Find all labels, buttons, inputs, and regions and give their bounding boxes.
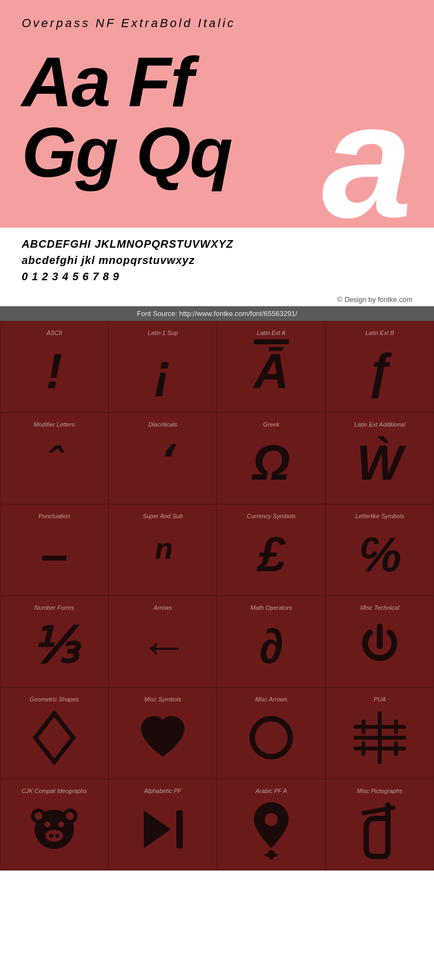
font-title: Overpass NF ExtraBold Italic — [22, 16, 412, 30]
glyph-char-greek: Ω — [252, 433, 290, 493]
glyph-char-geoshapes — [33, 708, 76, 768]
glyph-label-superandsub: Super And Sub — [143, 513, 183, 519]
glyph-char-cjk — [27, 800, 81, 859]
glyph-label-numforms: Number Forms — [34, 604, 74, 611]
glyph-label-latin1sup: Latin 1 Sup — [148, 330, 178, 336]
svg-point-1 — [252, 719, 290, 757]
lowercase-line: abcdefghi jkl mnopqrstuvwxyz — [22, 252, 412, 268]
glyph-cell-numforms: Number Forms ⅓ — [0, 596, 108, 687]
glyph-cell-punctuation: Punctuation – — [0, 504, 108, 596]
glyph-char-latinextadd: Ẁ — [357, 433, 403, 493]
sample-letters-line1: Aa Ff — [22, 47, 193, 117]
svg-point-18 — [49, 834, 53, 837]
glyph-grid: ASCII ! Latin 1 Sup ¡ Latin Ext A Ā Lati… — [0, 321, 434, 871]
svg-point-22 — [265, 813, 278, 826]
glyph-label-punctuation: Punctuation — [39, 513, 70, 519]
glyph-char-currency: £ — [258, 525, 285, 584]
glyph-char-miscsymbols — [136, 708, 190, 768]
svg-rect-21 — [176, 810, 183, 848]
glyph-label-cjk: CJK Compat Ideographs — [22, 788, 87, 794]
glyph-label-mathops: Math Operators — [251, 604, 292, 611]
glyph-cell-currency: Currency Symbols £ — [217, 504, 326, 596]
glyph-label-letterlike: Letterlike Symbols — [355, 513, 404, 519]
glyph-cell-miscarrows: Misc Arrows — [217, 687, 326, 779]
source-bar: Font Source: http://www.fontke.com/font/… — [0, 306, 434, 321]
glyph-label-miscpicto: Misc Pictographs — [357, 788, 403, 794]
glyph-cell-misctech: Misc Technical — [326, 596, 434, 687]
top-section: Overpass NF ExtraBold Italic Aa Ff a Gg … — [0, 0, 434, 228]
glyph-label-pua: PUA — [374, 696, 386, 702]
glyph-label-currency: Currency Symbols — [247, 513, 296, 519]
glyph-char-modifier: ˆ — [47, 433, 62, 493]
glyph-char-letterlike: ℅ — [358, 525, 401, 584]
glyph-label-alphabeticpf: Alphabetic PF — [144, 788, 181, 794]
glyph-char-punctuation: – — [41, 525, 68, 584]
glyph-cell-superandsub: Super And Sub ⁿ — [108, 504, 217, 596]
glyph-cell-latinextadd: Latin Ext Additional Ẁ — [326, 412, 434, 504]
glyph-cell-letterlike: Letterlike Symbols ℅ — [326, 504, 434, 596]
glyph-cell-pua: PUA — [326, 687, 434, 779]
glyph-label-ascii: ASCII — [47, 330, 62, 336]
glyph-label-miscarrows: Misc Arrows — [255, 696, 287, 702]
glyph-cell-miscsymbols: Misc Symbols — [108, 687, 217, 779]
overlay-a: a — [322, 79, 412, 242]
glyph-cell-latinextb: Latin Ext B ƒ — [326, 321, 434, 412]
glyph-label-modifier: Modifier Letters — [34, 421, 75, 428]
glyph-char-miscpicto — [361, 800, 399, 859]
glyph-char-diacriticals: ʻ — [156, 433, 170, 493]
glyph-label-arabicpfa: Arabic PF A — [256, 788, 287, 794]
glyph-label-greek: Greek — [263, 421, 279, 428]
glyph-char-mathops: ∂ — [259, 616, 283, 676]
glyph-label-latinextadd: Latin Ext Additional — [354, 421, 405, 428]
glyph-label-latinexta: Latin Ext A — [257, 330, 286, 336]
glyph-cell-latinexta: Latin Ext A Ā — [217, 321, 326, 412]
glyph-label-latinextb: Latin Ext B — [365, 330, 394, 336]
glyph-cell-miscpicto: Misc Pictographs — [326, 779, 434, 871]
glyph-cell-ascii: ASCII ! — [0, 321, 108, 412]
glyph-char-superandsub: ⁿ — [153, 525, 173, 584]
glyph-label-misctech: Misc Technical — [360, 604, 399, 611]
glyph-cell-cjk: CJK Compat Ideographs — [0, 779, 108, 871]
glyph-cell-geoshapes: Geometric Shapes — [0, 687, 108, 779]
glyph-char-misctech — [355, 616, 404, 676]
svg-point-19 — [55, 834, 59, 837]
svg-point-13 — [35, 812, 43, 820]
glyph-cell-latin1sup: Latin 1 Sup ¡ — [108, 321, 217, 412]
glyph-char-latinextb: ƒ — [366, 341, 393, 401]
glyph-cell-diacriticals: Diacriticals ʻ — [108, 412, 217, 504]
glyph-char-latinexta: Ā — [254, 341, 289, 401]
svg-point-15 — [44, 821, 50, 827]
glyph-cell-greek: Greek Ω — [217, 412, 326, 504]
glyph-label-geoshapes: Geometric Shapes — [29, 696, 79, 702]
glyph-label-diacriticals: Diacriticals — [148, 421, 177, 428]
glyph-char-pua — [353, 708, 407, 768]
glyph-cell-arrows: Arrows ← — [108, 596, 217, 687]
glyph-cell-arabicpfa: Arabic PF A — [217, 779, 326, 871]
glyph-char-miscarrows — [247, 708, 296, 768]
copyright: © Design by fontke.com — [0, 293, 434, 306]
glyph-char-latin1sup: ¡ — [155, 341, 171, 401]
glyph-label-arrows: Arrows — [154, 604, 172, 611]
svg-rect-25 — [270, 850, 273, 859]
svg-marker-0 — [35, 713, 73, 762]
glyph-cell-alphabeticpf: Alphabetic PF — [108, 779, 217, 871]
glyph-cell-mathops: Math Operators ∂ — [217, 596, 326, 687]
svg-point-16 — [58, 821, 64, 827]
glyph-char-arrows: ← — [138, 616, 187, 676]
glyph-char-alphabeticpf — [138, 800, 187, 859]
sample-letters-row1: Aa Ff a — [22, 47, 412, 117]
glyph-label-miscsymbols: Misc Symbols — [144, 696, 181, 702]
digits-line: 0 1 2 3 4 5 6 7 8 9 — [22, 268, 412, 285]
glyph-char-ascii: ! — [46, 341, 62, 401]
svg-point-14 — [66, 812, 74, 820]
glyph-char-arabicpfa — [250, 800, 293, 859]
glyph-cell-modifier: Modifier Letters ˆ — [0, 412, 108, 504]
svg-marker-20 — [144, 810, 171, 848]
glyph-char-numforms: ⅓ — [31, 616, 78, 676]
svg-point-17 — [46, 830, 63, 842]
dark-section: ASCII ! Latin 1 Sup ¡ Latin Ext A Ā Lati… — [0, 321, 434, 871]
